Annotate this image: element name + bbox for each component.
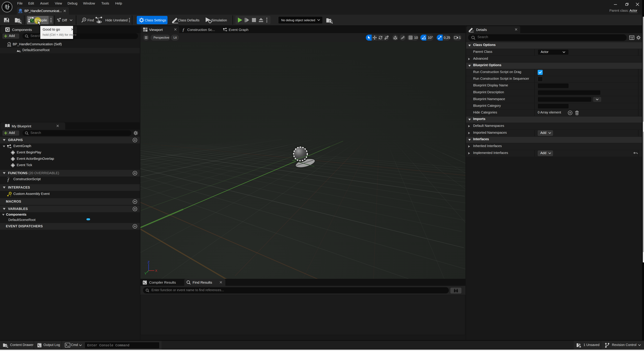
- svg-text:Y: Y: [144, 272, 146, 275]
- svg-text:f: f: [10, 194, 11, 196]
- svg-text:X: X: [155, 269, 157, 272]
- svg-text:Z: Z: [148, 260, 150, 264]
